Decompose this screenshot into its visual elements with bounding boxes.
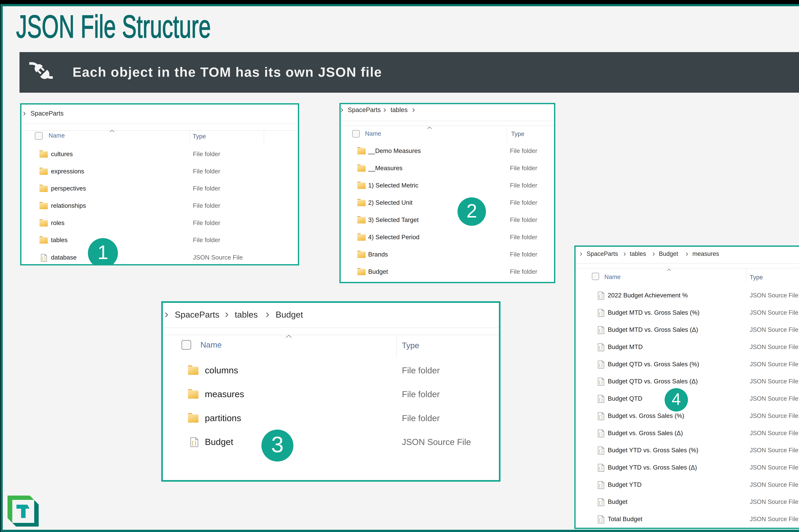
svg-text:}: } [601, 483, 603, 488]
svg-text:}: } [601, 414, 603, 419]
svg-text:{: { [599, 328, 601, 333]
svg-text:{: { [599, 294, 601, 299]
svg-text:{: { [599, 414, 601, 419]
svg-text:}: } [601, 517, 603, 522]
svg-text:}: } [601, 345, 603, 350]
svg-text:}: } [601, 328, 603, 333]
svg-text:}: } [44, 256, 45, 261]
svg-text:{: { [192, 440, 193, 446]
svg-text:}: } [601, 500, 603, 505]
svg-text:{: { [599, 397, 601, 402]
svg-text:{: { [599, 483, 601, 488]
svg-text:{: { [599, 380, 601, 384]
svg-text:}: } [601, 380, 603, 384]
svg-text:{: { [599, 363, 601, 367]
svg-text:}: } [601, 294, 603, 299]
svg-text:}: } [601, 466, 603, 471]
svg-text:}: } [195, 440, 196, 446]
svg-text:{: { [42, 256, 43, 261]
svg-text:{: { [599, 432, 601, 436]
svg-text:{: { [599, 449, 601, 453]
svg-text:{: { [599, 311, 601, 316]
svg-text:}: } [601, 432, 603, 436]
svg-text:}: } [601, 363, 603, 367]
svg-text:{: { [599, 517, 601, 522]
svg-text:}: } [601, 397, 603, 402]
svg-text:{: { [599, 500, 601, 505]
svg-text:{: { [599, 466, 601, 471]
svg-text:}: } [601, 449, 603, 453]
svg-text:{: { [599, 345, 601, 350]
svg-text:}: } [601, 311, 603, 316]
